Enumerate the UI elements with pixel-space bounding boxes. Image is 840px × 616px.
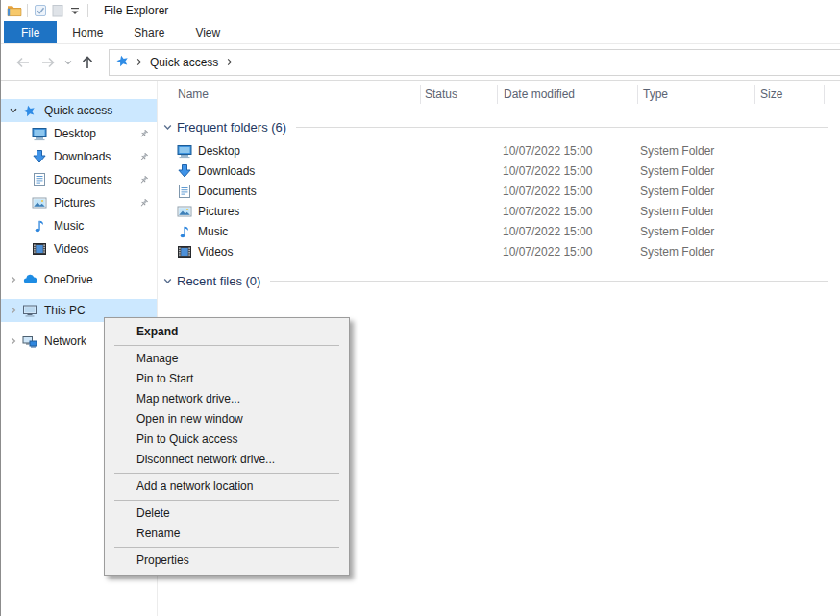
sidebar-item-desktop[interactable]: Desktop [1,122,157,145]
column-header-size[interactable]: Size [760,81,782,108]
address-bar[interactable]: Quick access [109,49,840,76]
sidebar-item-quick-access[interactable]: Quick access [1,99,157,122]
menu-item-disconnect-network-drive[interactable]: Disconnect network drive... [107,450,347,470]
chevron-right-icon[interactable] [5,336,22,346]
menu-item-rename[interactable]: Rename [107,524,347,544]
sidebar-item-label: Downloads [54,150,111,163]
chevron-down-icon[interactable] [162,276,177,286]
pin-icon [138,152,149,162]
tab-view[interactable]: View [180,21,235,43]
tab-home[interactable]: Home [57,21,118,43]
sidebar-item-label: Quick access [44,104,112,117]
column-resize-handle[interactable] [420,85,421,104]
downloads-icon [177,163,192,179]
row-desktop[interactable]: Desktop10/07/2022 15:00System Folder [158,140,840,160]
row-documents[interactable]: Documents10/07/2022 15:00System Folder [158,181,840,201]
documents-icon [32,172,48,187]
menu-item-properties[interactable]: Properties [107,551,347,571]
menu-item-manage[interactable]: Manage [107,349,347,369]
tab-share[interactable]: Share [118,21,180,43]
sidebar-item-videos[interactable]: Videos [1,237,157,260]
file-explorer-window: File Explorer File Home Share View Quick… [0,0,840,616]
column-header-type[interactable]: Type [643,81,668,108]
context-menu: ExpandManagePin to StartMap network driv… [104,317,350,576]
menu-item-open-in-new-window[interactable]: Open in new window [107,409,347,430]
quick-access-star-icon [115,54,130,71]
menu-item-map-network-drive[interactable]: Map network drive... [107,389,347,409]
chevron-right-icon[interactable] [5,275,22,284]
row-type: System Folder [640,225,714,238]
column-resize-handle[interactable] [824,85,825,104]
column-header-date-modified[interactable]: Date modified [504,81,575,108]
row-type: System Folder [640,245,714,259]
sidebar-item-label: OneDrive [44,273,93,286]
properties-icon[interactable] [32,3,49,19]
group-header-rule [270,281,828,282]
sidebar-item-label: Desktop [54,127,96,140]
network-icon [22,333,38,349]
sidebar-item-label: Music [54,219,84,233]
customize-quick-access-toolbar-icon[interactable] [66,3,84,19]
column-header-status[interactable]: Status [425,81,457,108]
row-type: System Folder [640,185,714,198]
chevron-down-icon[interactable] [5,106,22,115]
file-explorer-icon[interactable] [6,3,23,19]
group-header-frequent-folders-6[interactable]: Frequent folders (6) [162,117,828,136]
title-bar: File Explorer [1,0,840,21]
column-header-name[interactable]: Name [178,81,209,108]
group-rows: Desktop10/07/2022 15:00System FolderDown… [158,140,840,261]
onedrive-icon [22,272,38,287]
row-music[interactable]: Music10/07/2022 15:00System Folder [158,221,840,241]
menu-item-expand[interactable]: Expand [107,322,347,342]
back-button[interactable] [11,50,36,75]
menu-item-pin-to-quick-access[interactable]: Pin to Quick access [107,430,347,450]
sidebar-item-music[interactable]: Music [1,214,157,237]
chevron-right-icon[interactable] [5,306,22,315]
menu-item-add-a-network-location[interactable]: Add a network location [107,477,347,497]
sidebar-item-documents[interactable]: Documents [1,168,157,191]
music-icon [32,218,48,234]
menu-separator [114,547,339,548]
up-button[interactable] [75,50,100,75]
sidebar-item-pictures[interactable]: Pictures [1,191,157,214]
row-downloads[interactable]: Downloads10/07/2022 15:00System Folder [158,160,840,181]
quick-access-star-icon [22,103,38,118]
videos-icon [177,244,192,259]
pictures-icon [177,204,192,219]
chevron-right-icon[interactable] [135,56,143,69]
sidebar-item-downloads[interactable]: Downloads [1,145,157,168]
videos-icon [32,241,48,257]
row-name: Documents [198,185,257,198]
column-resize-handle[interactable] [497,85,498,104]
sidebar-item-onedrive[interactable]: OneDrive [1,268,157,291]
menu-item-pin-to-start[interactable]: Pin to Start [107,369,347,389]
row-date-modified: 10/07/2022 15:00 [503,164,592,178]
row-name: Desktop [198,144,240,158]
row-pictures[interactable]: Pictures10/07/2022 15:00System Folder [158,201,840,221]
desktop-icon [177,143,192,159]
desktop-icon [32,126,48,141]
sidebar-item-label: Pictures [54,196,95,209]
row-name: Music [198,225,228,238]
row-type: System Folder [640,144,714,158]
forward-button[interactable] [36,50,61,75]
column-resize-handle[interactable] [754,85,755,104]
group-header-recent-files-0[interactable]: Recent files (0) [162,271,828,290]
pin-icon [138,129,149,139]
sidebar-item-label: Videos [54,242,88,256]
row-date-modified: 10/07/2022 15:00 [503,245,592,259]
tab-file[interactable]: File [4,21,57,43]
this-pc-icon [22,303,38,318]
recent-locations-button[interactable] [61,50,75,75]
sidebar-item-label: This PC [44,304,86,317]
breadcrumb-quick-access[interactable]: Quick access [148,56,220,69]
pin-icon [138,198,149,209]
row-type: System Folder [640,164,714,178]
menu-item-delete[interactable]: Delete [107,504,347,524]
row-videos[interactable]: Videos10/07/2022 15:00System Folder [158,241,840,261]
column-resize-handle[interactable] [637,85,638,104]
row-date-modified: 10/07/2022 15:00 [503,144,592,158]
chevron-down-icon[interactable] [162,122,177,133]
new-folder-icon[interactable] [49,3,66,19]
chevron-right-icon[interactable] [225,56,234,69]
